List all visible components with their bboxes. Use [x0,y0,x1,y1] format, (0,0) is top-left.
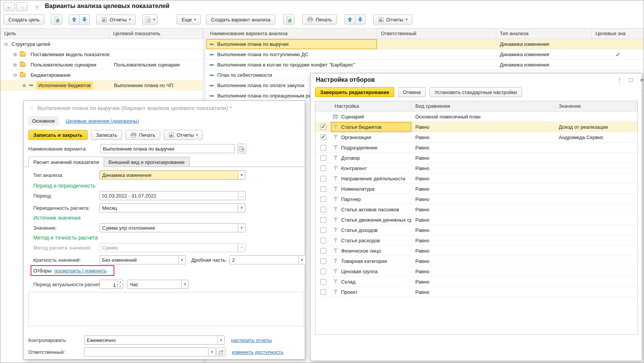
tree-expander-icon[interactable]: ⊖ [12,72,18,78]
filter-checkbox[interactable] [320,238,326,243]
filter-row[interactable]: Контрагент Равно [315,163,637,173]
chevron-down-icon[interactable] [208,348,215,356]
periodicity-combo[interactable]: Месяц [99,203,246,212]
move-down-button[interactable] [80,15,90,24]
move-up-button[interactable] [69,15,80,24]
spin-down-icon[interactable]: ▼ [118,285,123,289]
variants-reports-button[interactable]: Отчеты [373,15,412,24]
filter-row[interactable]: Товарная категория Равно [315,256,637,266]
filter-checkbox[interactable] [320,248,326,254]
tab-calculation[interactable]: Расчет значений показателя [28,157,104,167]
move-up-button[interactable] [345,15,355,24]
chevron-down-icon[interactable] [178,256,185,264]
filter-checkbox[interactable] [320,269,326,274]
tree-expander-icon[interactable]: ⊕ [12,62,18,68]
filter-row[interactable]: Организация Равно Андромеда Сервис [315,132,637,143]
actuality-input[interactable] [100,280,117,288]
configure-reports-link[interactable]: настроить отчеты [231,337,272,343]
kebab-menu-icon[interactable]: ⋮ [616,76,623,83]
goal-tree-row[interactable]: ⊖ Бюджетирование [0,70,203,80]
actuality-stepper[interactable]: ▲▼ [99,280,123,289]
move-down-button[interactable] [355,15,366,24]
maximize-icon[interactable]: □ [627,76,635,83]
new-variant-icon-button[interactable] [283,15,294,24]
create-goal-button[interactable]: Создать цель [3,15,44,24]
analysis-type-combo[interactable]: Динамика изменения [99,170,246,180]
filter-checkbox[interactable] [320,135,326,140]
form-print-button[interactable]: Печать [125,130,160,140]
filter-checkbox[interactable] [320,258,326,264]
favorite-star-icon[interactable]: ★ [34,3,41,11]
column-header-indicator[interactable]: Целевой показатель [109,29,203,39]
forward-button[interactable]: → [16,2,28,11]
chevron-down-icon[interactable] [238,171,245,179]
save-button[interactable]: Записать [91,130,122,140]
schedule-button[interactable] [142,15,158,24]
goals-more-button[interactable]: Еще [177,15,201,24]
value-combo[interactable]: Сумма упр отклонение [99,223,246,232]
chevron-down-icon[interactable] [238,224,245,232]
filter-row[interactable]: Проект Равно [315,287,637,297]
filter-checkbox[interactable] [320,176,326,182]
filter-row[interactable]: Физическое лицо Равно [315,246,637,256]
column-header-responsible[interactable]: Ответственный [377,29,496,39]
chevron-down-icon[interactable] [181,280,189,288]
fraction-combo[interactable]: 2 [229,255,306,264]
column-header-value[interactable]: Значение [555,101,637,111]
filter-checkbox[interactable] [320,124,326,130]
filter-row[interactable]: Подразделение Равно [315,143,637,153]
filter-checkbox[interactable] [320,186,326,192]
column-header-variant-name[interactable]: Наименование варианта анализа [206,29,377,39]
filter-row[interactable]: Склад Равно [315,277,637,287]
responsible-combo[interactable] [84,347,216,357]
ellipsis-button[interactable]: ... [238,191,245,200]
filter-checkbox[interactable] [320,217,326,223]
back-button[interactable]: ← [3,2,15,11]
filter-row[interactable]: Ценовая группа Равно [315,266,637,277]
goal-tree-row[interactable]: ⊕ Исполнение бюджетов Выполнение плана п… [0,80,203,91]
goal-tree-row[interactable]: ⊕ Пользовательские сценарии Пользователь… [0,60,203,70]
tree-expander-icon[interactable]: ⊖ [3,41,9,47]
spin-up-icon[interactable]: ▲ [118,280,123,285]
finish-editing-button[interactable]: Завершить редактирование [315,87,394,97]
variant-row[interactable]: Выполнение плана по выручки Динамика изм… [206,39,644,49]
form-reports-button[interactable]: Отчеты [164,130,203,140]
tab-appearance[interactable]: Внешний вид и прогнозирование [104,157,190,167]
variant-row[interactable]: Выполннеие плана по поступлению ДС Динам… [206,49,644,60]
open-responsible-button[interactable] [216,347,226,357]
tree-expander-icon[interactable]: ⊕ [12,52,18,57]
filter-checkbox[interactable] [320,227,326,233]
goals-reports-button[interactable]: Отчеты [96,15,135,24]
copy-name-button[interactable] [237,144,246,154]
filter-row[interactable]: Номенклатура Равно [315,184,637,194]
tree-expander-icon[interactable]: ⊕ [21,83,28,88]
filter-row[interactable]: Направление деятельности Равно [315,173,637,184]
variant-name-input[interactable] [100,144,235,153]
save-close-button[interactable]: Записать и закрыть [28,130,88,140]
filter-row[interactable]: Партнер Равно [315,194,637,204]
column-header-setting[interactable]: Настройка [331,101,411,111]
spinner-buttons[interactable]: ▲▼ [117,280,123,288]
nav-target-values-link[interactable]: Целевые значения (диапазоны) [66,118,139,124]
filter-checkbox[interactable] [320,155,326,161]
filter-row[interactable]: Статья движения денежных средств Равно [315,215,637,225]
cancel-button[interactable]: Отмена [398,87,426,97]
filter-checkbox[interactable] [320,207,326,212]
close-icon[interactable]: × [638,76,644,84]
filter-checkbox[interactable] [320,196,326,202]
multiplicity-combo[interactable]: Без изменений [99,255,186,264]
nav-main-tab[interactable]: Основное [28,116,59,126]
column-header-goal[interactable]: Цель [0,29,109,39]
goal-tree-row[interactable]: ⊕ Поставляемая модель показателей [0,49,203,60]
variant-row[interactable]: Выполнение плана в кол-ве по продаже кон… [206,60,644,70]
control-combo[interactable]: Ежемесячно [84,335,225,345]
star-outline-icon[interactable]: ☆ [29,105,34,111]
chevron-down-icon[interactable] [298,256,306,264]
filter-row[interactable]: Статья доходов Равно [315,225,637,235]
change-access-link[interactable]: изменить доступность [232,349,283,355]
filter-checkbox[interactable] [320,279,326,285]
create-variant-button[interactable]: Создать вариант анализа [206,15,275,24]
new-goal-icon-button[interactable] [51,15,62,24]
goal-tree-row[interactable]: ⊖ Структура целей [0,39,203,49]
column-header-analysis-type[interactable]: Тип анализа [496,29,592,39]
